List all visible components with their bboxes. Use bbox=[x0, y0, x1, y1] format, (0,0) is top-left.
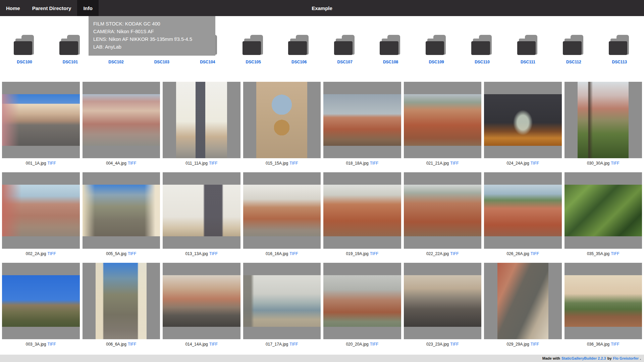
folder-label[interactable]: DSC103 bbox=[154, 60, 169, 64]
folder-label[interactable]: DSC104 bbox=[200, 60, 215, 64]
thumbnail-label: 015_15A.jpgTIFF bbox=[243, 161, 321, 166]
thumbnail-filename: 006_6A.jpg bbox=[106, 342, 126, 347]
tiff-link[interactable]: TIFF bbox=[370, 161, 378, 166]
thumbnail-filename: 026_26A.jpg bbox=[506, 251, 529, 256]
folder-item[interactable]: DSC113 bbox=[601, 35, 638, 64]
builder-link[interactable]: StaticGalleryBuilder 2.2.3 bbox=[561, 356, 606, 360]
thumbnail-photo[interactable] bbox=[323, 185, 401, 236]
folder-icon[interactable] bbox=[562, 35, 585, 55]
folder-item[interactable]: DSC106 bbox=[281, 35, 318, 64]
thumbnail-photo[interactable] bbox=[243, 185, 321, 236]
folder-icon[interactable] bbox=[59, 35, 81, 55]
folder-label[interactable]: DSC111 bbox=[521, 60, 535, 64]
thumbnail-label: 024_24A.jpgTIFF bbox=[484, 161, 562, 166]
folder-item[interactable]: DSC107 bbox=[326, 35, 363, 64]
folder-label[interactable]: DSC102 bbox=[108, 60, 123, 64]
thumbnail-photo[interactable] bbox=[578, 82, 629, 158]
thumbnail-cell: 018_18A.jpgTIFF bbox=[323, 82, 401, 166]
thumbnail-photo[interactable] bbox=[176, 82, 227, 158]
tiff-link[interactable]: TIFF bbox=[450, 251, 459, 256]
thumbnail-photo[interactable] bbox=[256, 82, 307, 158]
thumbnail-photo[interactable] bbox=[163, 275, 240, 327]
thumbnail-photo[interactable] bbox=[2, 94, 80, 146]
nav-item-home[interactable]: Home bbox=[0, 0, 26, 16]
tiff-link[interactable]: TIFF bbox=[47, 161, 56, 166]
tiff-link[interactable]: TIFF bbox=[531, 251, 539, 256]
thumbnail-box bbox=[83, 82, 160, 158]
tiff-link[interactable]: TIFF bbox=[370, 251, 378, 256]
tiff-link[interactable]: TIFF bbox=[209, 251, 218, 256]
folder-item[interactable]: DSC101 bbox=[52, 35, 89, 64]
tiff-link[interactable]: TIFF bbox=[611, 161, 619, 166]
thumbnail-photo[interactable] bbox=[497, 263, 548, 339]
tiff-link[interactable]: TIFF bbox=[128, 161, 136, 166]
thumbnail-photo[interactable] bbox=[404, 94, 482, 146]
nav-item-info[interactable]: Info bbox=[77, 0, 99, 16]
nav-item-parent-directory[interactable]: Parent Directory bbox=[26, 0, 77, 16]
thumbnail-filename: 018_18A.jpg bbox=[346, 161, 368, 166]
thumbnail-photo[interactable] bbox=[323, 275, 401, 327]
thumbnail-photo[interactable] bbox=[96, 263, 147, 339]
folder-icon[interactable] bbox=[517, 35, 539, 55]
folder-label[interactable]: DSC110 bbox=[475, 60, 490, 64]
thumbnail-photo[interactable] bbox=[484, 185, 562, 236]
folder-item[interactable]: DSC100 bbox=[6, 35, 43, 64]
folder-label[interactable]: DSC112 bbox=[566, 60, 581, 64]
folder-item[interactable]: DSC105 bbox=[235, 35, 272, 64]
folder-icon[interactable] bbox=[471, 35, 493, 55]
tiff-link[interactable]: TIFF bbox=[47, 342, 56, 347]
folder-item[interactable]: DSC109 bbox=[418, 35, 455, 64]
folder-icon[interactable] bbox=[380, 35, 402, 55]
tiff-link[interactable]: TIFF bbox=[47, 251, 56, 256]
author-link[interactable]: Flo Greistorfer bbox=[613, 356, 639, 360]
folder-label[interactable]: DSC113 bbox=[612, 60, 627, 64]
thumbnail-box bbox=[2, 172, 80, 249]
folder-label[interactable]: DSC100 bbox=[17, 60, 32, 64]
folder-item[interactable]: DSC108 bbox=[372, 35, 409, 64]
folder-icon[interactable] bbox=[242, 35, 264, 55]
folder-icon[interactable] bbox=[425, 35, 447, 55]
tiff-link[interactable]: TIFF bbox=[370, 342, 378, 347]
thumbnail-photo[interactable] bbox=[404, 185, 482, 236]
folder-item[interactable]: DSC110 bbox=[464, 35, 501, 64]
tiff-link[interactable]: TIFF bbox=[531, 342, 539, 347]
thumbnail-photo[interactable] bbox=[323, 94, 401, 146]
folder-icon[interactable] bbox=[288, 35, 310, 55]
thumbnail-photo[interactable] bbox=[484, 94, 562, 146]
tiff-link[interactable]: TIFF bbox=[128, 251, 136, 256]
thumbnail-photo[interactable] bbox=[83, 185, 160, 236]
tiff-link[interactable]: TIFF bbox=[450, 342, 459, 347]
tiff-link[interactable]: TIFF bbox=[450, 161, 459, 166]
folder-icon[interactable] bbox=[334, 35, 356, 55]
tiff-link[interactable]: TIFF bbox=[289, 161, 298, 166]
thumbnail-cell: 024_24A.jpgTIFF bbox=[484, 82, 562, 166]
tiff-link[interactable]: TIFF bbox=[128, 342, 136, 347]
thumbnail-label: 018_18A.jpgTIFF bbox=[323, 161, 401, 166]
folder-label[interactable]: DSC107 bbox=[337, 60, 352, 64]
thumbnail-photo[interactable] bbox=[404, 275, 482, 327]
tiff-link[interactable]: TIFF bbox=[289, 342, 298, 347]
thumbnail-photo[interactable] bbox=[2, 185, 80, 236]
thumbnail-photo[interactable] bbox=[83, 94, 160, 146]
folder-label[interactable]: DSC106 bbox=[291, 60, 307, 64]
folder-label[interactable]: DSC101 bbox=[63, 60, 78, 64]
tiff-link[interactable]: TIFF bbox=[209, 161, 217, 166]
folder-item[interactable]: DSC112 bbox=[555, 35, 592, 64]
tiff-link[interactable]: TIFF bbox=[531, 161, 539, 166]
thumbnail-photo[interactable] bbox=[2, 275, 80, 327]
tiff-link[interactable]: TIFF bbox=[209, 342, 218, 347]
thumbnail-photo[interactable] bbox=[565, 185, 642, 236]
tiff-link[interactable]: TIFF bbox=[611, 251, 619, 256]
folder-icon[interactable] bbox=[13, 35, 36, 55]
tiff-link[interactable]: TIFF bbox=[289, 251, 298, 256]
thumbnail-photo[interactable] bbox=[565, 275, 642, 327]
thumbnail-photo[interactable] bbox=[163, 185, 240, 236]
tiff-link[interactable]: TIFF bbox=[611, 342, 619, 347]
folder-icon[interactable] bbox=[608, 35, 631, 55]
folder-label[interactable]: DSC109 bbox=[429, 60, 444, 64]
thumbnail-photo[interactable] bbox=[243, 275, 321, 327]
thumb-row: 001_1A.jpgTIFF 004_4A.jpgTIFF 011_11A.jp… bbox=[0, 82, 644, 166]
folder-label[interactable]: DSC108 bbox=[383, 60, 398, 64]
folder-label[interactable]: DSC105 bbox=[246, 60, 261, 64]
folder-item[interactable]: DSC111 bbox=[509, 35, 546, 64]
